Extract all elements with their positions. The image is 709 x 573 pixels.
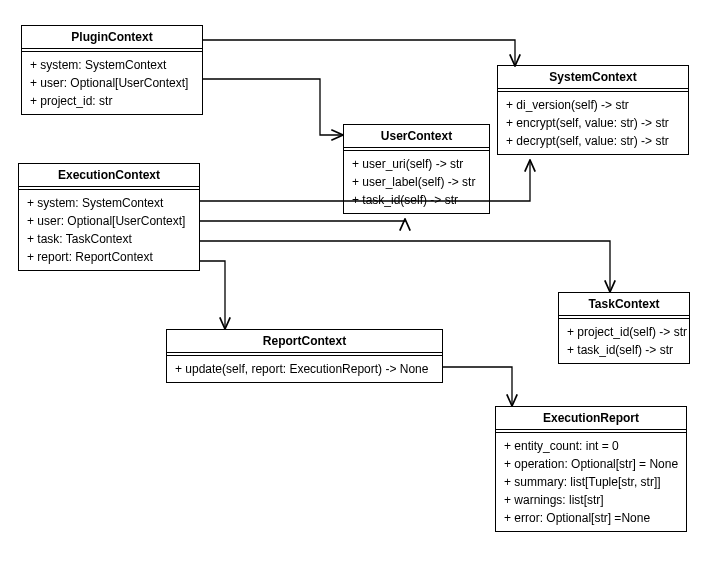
class-reportcontext: ReportContext + update(self, report: Exe… xyxy=(166,329,443,383)
class-member: + user_uri(self) -> str xyxy=(352,155,481,173)
class-member: + task: TaskContext xyxy=(27,230,191,248)
class-member: + project_id: str xyxy=(30,92,194,110)
class-taskcontext: TaskContext + project_id(self) -> str + … xyxy=(558,292,690,364)
class-body: + system: SystemContext + user: Optional… xyxy=(19,190,199,270)
class-member: + update(self, report: ExecutionReport) … xyxy=(175,360,434,378)
class-member: + task_id(self) -> str xyxy=(352,191,481,209)
class-member: + encrypt(self, value: str) -> str xyxy=(506,114,680,132)
class-executionreport: ExecutionReport + entity_count: int = 0 … xyxy=(495,406,687,532)
class-body: + update(self, report: ExecutionReport) … xyxy=(167,356,442,382)
class-body: + project_id(self) -> str + task_id(self… xyxy=(559,319,689,363)
class-member: + user_label(self) -> str xyxy=(352,173,481,191)
class-plugincontext: PluginContext + system: SystemContext + … xyxy=(21,25,203,115)
class-title: SystemContext xyxy=(498,66,688,89)
class-body: + di_version(self) -> str + encrypt(self… xyxy=(498,92,688,154)
class-usercontext: UserContext + user_uri(self) -> str + us… xyxy=(343,124,490,214)
class-member: + project_id(self) -> str xyxy=(567,323,681,341)
class-member: + system: SystemContext xyxy=(27,194,191,212)
class-member: + summary: list[Tuple[str, str]] xyxy=(504,473,678,491)
class-member: + error: Optional[str] =None xyxy=(504,509,678,527)
class-executioncontext: ExecutionContext + system: SystemContext… xyxy=(18,163,200,271)
class-member: + entity_count: int = 0 xyxy=(504,437,678,455)
class-title: PluginContext xyxy=(22,26,202,49)
class-member: + operation: Optional[str] = None xyxy=(504,455,678,473)
class-member: + report: ReportContext xyxy=(27,248,191,266)
class-title: UserContext xyxy=(344,125,489,148)
class-body: + entity_count: int = 0 + operation: Opt… xyxy=(496,433,686,531)
class-member: + decrypt(self, value: str) -> str xyxy=(506,132,680,150)
uml-diagram: PluginContext + system: SystemContext + … xyxy=(0,0,709,573)
class-body: + system: SystemContext + user: Optional… xyxy=(22,52,202,114)
class-member: + user: Optional[UserContext] xyxy=(30,74,194,92)
class-title: ReportContext xyxy=(167,330,442,353)
class-member: + system: SystemContext xyxy=(30,56,194,74)
class-member: + warnings: list[str] xyxy=(504,491,678,509)
class-systemcontext: SystemContext + di_version(self) -> str … xyxy=(497,65,689,155)
class-member: + user: Optional[UserContext] xyxy=(27,212,191,230)
class-title: ExecutionContext xyxy=(19,164,199,187)
class-title: ExecutionReport xyxy=(496,407,686,430)
class-member: + di_version(self) -> str xyxy=(506,96,680,114)
class-title: TaskContext xyxy=(559,293,689,316)
class-member: + task_id(self) -> str xyxy=(567,341,681,359)
class-body: + user_uri(self) -> str + user_label(sel… xyxy=(344,151,489,213)
